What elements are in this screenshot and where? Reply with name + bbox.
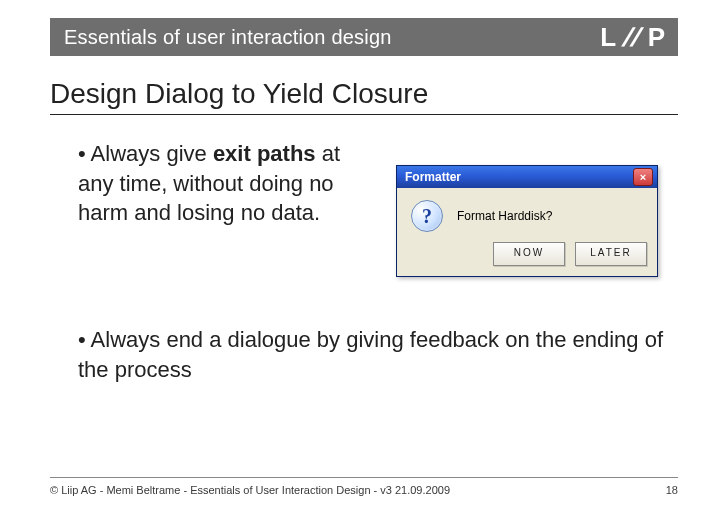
logo-letter-l: L [600,22,617,53]
dialog-titlebar: Formatter × [397,166,657,188]
logo-slashes-icon: // [620,22,645,53]
question-icon: ? [411,200,443,232]
dialog-message: Format Harddisk? [457,208,552,224]
bullet-2: • Always end a dialogue by giving feedba… [78,325,668,384]
logo-letter-p: P [648,22,666,53]
footer-credit: © Liip AG - Memi Beltrame - Essentials o… [50,484,450,496]
bullet-1-text: • Always give exit paths at any time, wi… [78,139,378,228]
dialog-illustration: Formatter × ? Format Harddisk? NOW LATER [396,165,658,277]
dialog-title: Formatter [405,169,461,185]
banner-title: Essentials of user interaction design [64,26,392,49]
header-banner: Essentials of user interaction design L … [50,18,678,56]
dialog-button-row: NOW LATER [397,242,657,276]
bullet-2-text: • Always end a dialogue by giving feedba… [78,327,663,382]
slide-footer: © Liip AG - Memi Beltrame - Essentials o… [50,477,678,496]
slide: Essentials of user interaction design L … [0,0,728,514]
liip-logo: L // P [600,22,666,53]
slide-body: • Always give exit paths at any time, wi… [50,115,678,384]
slide-heading: Design Dialog to Yield Closure [50,78,678,115]
windows-dialog: Formatter × ? Format Harddisk? NOW LATER [396,165,658,277]
later-button[interactable]: LATER [575,242,647,266]
now-button[interactable]: NOW [493,242,565,266]
dialog-body: ? Format Harddisk? [397,188,657,242]
bullet-1-pre: • Always give [78,141,213,166]
close-icon[interactable]: × [633,168,653,186]
bullet-1: • Always give exit paths at any time, wi… [78,139,668,277]
bullet-1-bold: exit paths [213,141,316,166]
footer-page-number: 18 [666,484,678,496]
